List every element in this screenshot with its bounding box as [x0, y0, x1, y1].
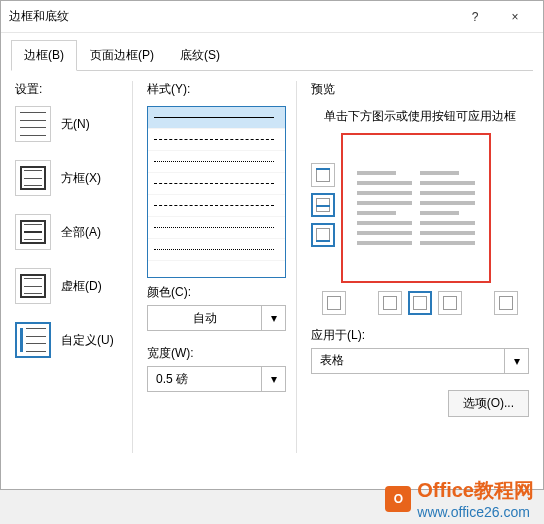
style-label: 样式(Y):: [147, 81, 286, 98]
preview-footer: 选项(O)...: [311, 382, 529, 417]
settings-column: 设置: 无(N) 方框(X) 全部(A) 虚框(D) 自定义(U): [15, 81, 133, 453]
border-bottom-button[interactable]: [311, 223, 335, 247]
list-item[interactable]: [148, 217, 285, 239]
preview-canvas[interactable]: [341, 133, 491, 283]
color-value: 自动: [148, 310, 261, 327]
setting-none[interactable]: 无(N): [15, 106, 120, 142]
watermark: O Office教程网 www.office26.com: [385, 477, 534, 520]
width-combo[interactable]: 0.5 磅 ▾: [147, 366, 286, 392]
setting-all-label: 全部(A): [61, 224, 101, 241]
titlebar: 边框和底纹 ? ×: [1, 1, 543, 33]
preview-column: 预览 单击下方图示或使用按钮可应用边框: [311, 81, 529, 453]
borders-shading-dialog: 边框和底纹 ? × 边框(B) 页面边框(P) 底纹(S) 设置: 无(N) 方…: [0, 0, 544, 490]
all-icon: [15, 214, 51, 250]
brand-url: www.office26.com: [417, 504, 534, 520]
list-item[interactable]: [148, 239, 285, 261]
border-diag-button[interactable]: [322, 291, 346, 315]
chevron-down-icon: ▾: [261, 306, 285, 330]
apply-to-value: 表格: [312, 352, 504, 369]
dialog-title: 边框和底纹: [9, 8, 455, 25]
style-column: 样式(Y): 颜色(C): 自动 ▾ 宽度(W): 0.5 磅 ▾: [147, 81, 297, 453]
setting-custom-label: 自定义(U): [61, 332, 114, 349]
none-icon: [15, 106, 51, 142]
tab-borders[interactable]: 边框(B): [11, 40, 77, 71]
preview-area: [311, 133, 529, 283]
border-diag2-button[interactable]: [494, 291, 518, 315]
setting-box[interactable]: 方框(X): [15, 160, 120, 196]
preview-hint: 单击下方图示或使用按钮可应用边框: [321, 108, 519, 125]
list-item[interactable]: [148, 107, 285, 129]
border-vmid-button[interactable]: [408, 291, 432, 315]
setting-grid-label: 虚框(D): [61, 278, 102, 295]
setting-none-label: 无(N): [61, 116, 90, 133]
list-item[interactable]: [148, 151, 285, 173]
list-item[interactable]: [148, 173, 285, 195]
border-right-button[interactable]: [438, 291, 462, 315]
line-style-list[interactable]: [147, 106, 286, 278]
setting-box-label: 方框(X): [61, 170, 101, 187]
tab-strip: 边框(B) 页面边框(P) 底纹(S): [11, 39, 533, 71]
width-label: 宽度(W):: [147, 345, 286, 362]
help-button[interactable]: ?: [455, 3, 495, 31]
preview-label: 预览: [311, 81, 529, 98]
apply-to-label: 应用于(L):: [311, 327, 529, 344]
setting-custom[interactable]: 自定义(U): [15, 322, 120, 358]
border-left-button[interactable]: [378, 291, 402, 315]
close-button[interactable]: ×: [495, 3, 535, 31]
chevron-down-icon: ▾: [261, 367, 285, 391]
custom-icon: [15, 322, 51, 358]
box-icon: [15, 160, 51, 196]
border-top-button[interactable]: [311, 163, 335, 187]
chevron-down-icon: ▾: [504, 349, 528, 373]
grid-icon: [15, 268, 51, 304]
setting-all[interactable]: 全部(A): [15, 214, 120, 250]
apply-to-combo[interactable]: 表格 ▾: [311, 348, 529, 374]
bottom-border-buttons: [311, 291, 529, 315]
width-value: 0.5 磅: [148, 371, 261, 388]
list-item[interactable]: [148, 195, 285, 217]
watermark-text: Office教程网 www.office26.com: [417, 477, 534, 520]
settings-label: 设置:: [15, 81, 120, 98]
color-combo[interactable]: 自动 ▾: [147, 305, 286, 331]
list-item[interactable]: [148, 129, 285, 151]
options-button[interactable]: 选项(O)...: [448, 390, 529, 417]
side-border-buttons: [311, 163, 335, 283]
dialog-body: 设置: 无(N) 方框(X) 全部(A) 虚框(D) 自定义(U): [1, 71, 543, 461]
tab-shading[interactable]: 底纹(S): [167, 40, 233, 71]
color-label: 颜色(C):: [147, 284, 286, 301]
brand-name: Office教程网: [417, 477, 534, 504]
border-middle-button[interactable]: [311, 193, 335, 217]
setting-grid[interactable]: 虚框(D): [15, 268, 120, 304]
tab-page-borders[interactable]: 页面边框(P): [77, 40, 167, 71]
brand-icon: O: [385, 486, 411, 512]
